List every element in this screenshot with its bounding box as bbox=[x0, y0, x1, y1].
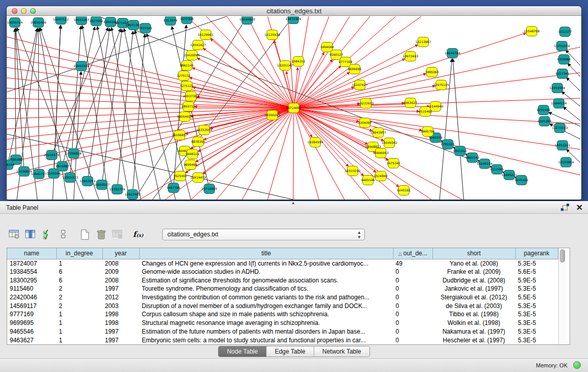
table-selector-dropdown[interactable]: citations_edges.txt ▲▼ bbox=[162, 229, 365, 240]
table-row[interactable]: 2242004622012Investigating the contribut… bbox=[7, 293, 558, 302]
graph-node[interactable]: 14055724 bbox=[7, 18, 23, 28]
graph-node[interactable]: 12125439 bbox=[265, 30, 280, 40]
graph-node[interactable]: 17957253 bbox=[80, 177, 96, 186]
graph-node[interactable]: 11548708 bbox=[524, 27, 540, 36]
graph-node[interactable]: 1595383 bbox=[538, 117, 552, 126]
column-header-name[interactable]: name bbox=[7, 248, 56, 259]
graph-node[interactable]: 19384554 bbox=[308, 138, 323, 147]
graph-node[interactable]: 1675341 bbox=[387, 159, 401, 168]
graph-node[interactable]: 1527602 bbox=[90, 16, 103, 26]
column-header-year[interactable]: year bbox=[102, 248, 139, 259]
graph-node[interactable]: 7485063 bbox=[425, 68, 439, 77]
graph-node[interactable]: 8995794 bbox=[421, 127, 435, 137]
table-scrollbar[interactable] bbox=[558, 248, 566, 344]
tab-edge-table[interactable]: Edge Table bbox=[267, 346, 314, 357]
graph-node[interactable]: 9498222 bbox=[186, 149, 200, 159]
clear-selection-icon[interactable] bbox=[56, 227, 71, 242]
graph-node[interactable]: 2893712 bbox=[182, 102, 195, 112]
graph-node[interactable]: 17359928 bbox=[66, 149, 82, 159]
graph-node[interactable]: 15049342 bbox=[382, 138, 398, 148]
column-header-short[interactable]: short bbox=[432, 248, 515, 259]
float-panel-icon[interactable] bbox=[561, 204, 569, 212]
graph-node[interactable]: 7515526 bbox=[139, 24, 153, 33]
table-row[interactable]: 969969511998Structural magnetic resonanc… bbox=[7, 319, 558, 327]
graph-node[interactable]: 8591512 bbox=[453, 146, 467, 156]
column-header-pagerank[interactable]: pagerank bbox=[515, 248, 558, 259]
graph-node[interactable]: 15718485 bbox=[202, 184, 217, 194]
show-columns-icon[interactable] bbox=[23, 227, 38, 242]
graph-node[interactable]: 9115460 bbox=[419, 107, 432, 117]
network-view-window[interactable]: citations_edges.txt 14055724206914061605… bbox=[7, 6, 581, 200]
delete-column-icon[interactable] bbox=[94, 227, 109, 242]
graph-node[interactable]: 9463627 bbox=[404, 98, 418, 108]
column-header-out-de-[interactable]: △out_de... bbox=[393, 248, 432, 259]
graph-node[interactable]: 1275112 bbox=[177, 71, 191, 81]
graph-node[interactable]: 11523210 bbox=[345, 166, 361, 176]
column-header-title[interactable]: title bbox=[139, 248, 393, 259]
tab-node-table[interactable]: Node Table bbox=[219, 346, 267, 357]
graph-node[interactable]: 10973493 bbox=[403, 52, 419, 61]
graph-node[interactable]: 9699469 bbox=[184, 160, 198, 170]
graph-node[interactable]: 9245161 bbox=[397, 186, 411, 195]
tab-network-table[interactable]: Network Table bbox=[314, 346, 369, 357]
graph-node[interactable]: 16648784 bbox=[445, 49, 461, 58]
graph-node[interactable]: 8313074 bbox=[164, 16, 178, 26]
table-row[interactable]: 946362711997Embryonic stem cells: a mode… bbox=[7, 336, 558, 344]
graph-node[interactable]: 12156829 bbox=[16, 167, 32, 177]
graph-node[interactable]: 13201147 bbox=[277, 61, 293, 71]
graph-node[interactable]: 12505133 bbox=[62, 173, 78, 183]
graph-node[interactable]: 1572304 bbox=[180, 16, 194, 24]
graph-node[interactable]: 9465546 bbox=[361, 176, 375, 185]
graph-node[interactable]: 9457791 bbox=[167, 183, 181, 193]
graph-node[interactable]: 12213967 bbox=[416, 37, 431, 47]
graph-node[interactable]: 14453221 bbox=[555, 141, 571, 150]
graph-node[interactable]: 12274133 bbox=[552, 123, 568, 133]
table-mode-icon[interactable] bbox=[7, 227, 22, 242]
graph-node[interactable]: 9975887 bbox=[56, 162, 70, 171]
graph-node[interactable]: 19166857 bbox=[172, 130, 188, 140]
graph-node[interactable]: 20691406 bbox=[31, 18, 47, 28]
graph-node[interactable]: 12923468 bbox=[125, 190, 141, 200]
graph-node[interactable]: 7625402 bbox=[173, 171, 187, 181]
table-row[interactable]: 911546021997Tourette syndrome. Phenomeno… bbox=[7, 285, 558, 293]
graph-node[interactable]: 1524843 bbox=[374, 171, 388, 181]
graph-node[interactable]: 9245402 bbox=[515, 176, 529, 185]
splitter-handle[interactable]: ▲ bbox=[290, 202, 296, 205]
table-row[interactable]: 1830029562008Estimation of significance … bbox=[7, 276, 558, 285]
graph-node[interactable]: 12093584 bbox=[550, 83, 565, 93]
new-column-icon[interactable] bbox=[77, 227, 93, 242]
table-row[interactable]: 946554611997Estimation of the future num… bbox=[7, 327, 558, 336]
graph-node[interactable]: 15751074 bbox=[554, 41, 570, 51]
graph-node[interactable]: 22420046 bbox=[184, 51, 200, 60]
close-panel-icon[interactable]: ✕ bbox=[576, 204, 583, 212]
graph-node[interactable]: 12975115 bbox=[433, 80, 449, 90]
table-row[interactable]: 977716911998Corpus callosum shape and si… bbox=[7, 310, 558, 319]
graph-node[interactable]: 16646920 bbox=[239, 16, 255, 25]
graph-node[interactable]: 1584312 bbox=[292, 57, 306, 67]
network-window-titlebar[interactable]: citations_edges.txt bbox=[7, 6, 581, 16]
graph-node[interactable]: 16353554 bbox=[197, 125, 212, 135]
graph-node[interactable]: 12444134 bbox=[551, 99, 567, 108]
node-table[interactable]: namein_degreeyeartitle△out_de...shortpag… bbox=[7, 248, 558, 344]
table-row[interactable]: 1872400712008Changes of HCN gene express… bbox=[7, 259, 558, 268]
select-all-icon[interactable] bbox=[39, 227, 55, 242]
table-scrollbar-thumb[interactable] bbox=[560, 249, 565, 262]
graph-node[interactable]: 9699695 bbox=[348, 64, 362, 74]
memory-status-icon[interactable] bbox=[573, 361, 581, 369]
graph-node[interactable]: 9215936 bbox=[537, 105, 551, 115]
graph-node[interactable]: 1112177 bbox=[558, 27, 572, 37]
graph-node[interactable]: 8878354 bbox=[191, 137, 205, 147]
column-header-in-degree[interactable]: in_degree bbox=[56, 248, 102, 259]
graph-node[interactable]: 12103654 bbox=[558, 158, 574, 167]
graph-node[interactable]: 7204097 bbox=[358, 118, 372, 128]
network-canvas[interactable]: 1405572420691406160571121065326715276026… bbox=[7, 16, 580, 200]
graph-node[interactable]: 9862143 bbox=[466, 153, 480, 163]
graph-node[interactable]: 9227341 bbox=[556, 69, 570, 79]
graph-node[interactable]: 9862145 bbox=[180, 61, 194, 71]
graph-node[interactable]: 15672309 bbox=[286, 16, 301, 24]
function-builder-icon[interactable]: f(x) bbox=[130, 227, 146, 242]
graph-node[interactable]: 16057112 bbox=[53, 16, 69, 25]
graph-node[interactable]: 16782739 bbox=[110, 185, 125, 194]
table-row[interactable]: 1938455462009Genome-wide association stu… bbox=[7, 268, 558, 276]
graph-node[interactable]: 9329966 bbox=[557, 55, 571, 64]
